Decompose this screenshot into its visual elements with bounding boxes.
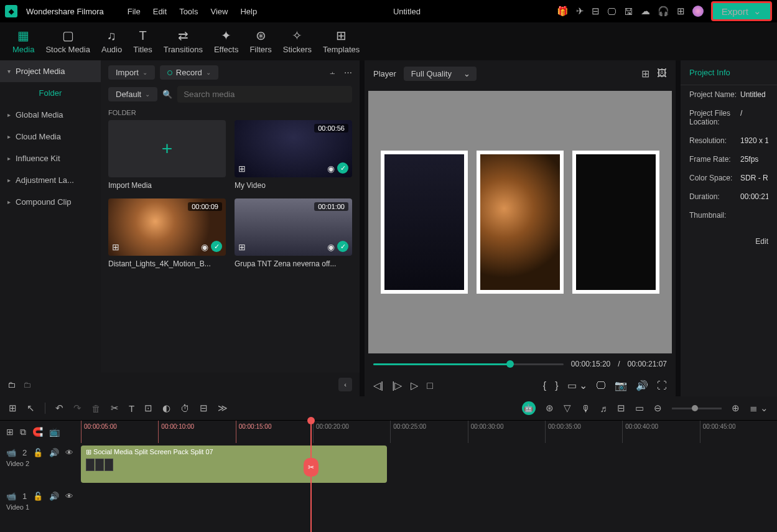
bin-icon[interactable]: 🗀 (23, 380, 31, 390)
mute-icon[interactable]: 🔊 (49, 492, 59, 501)
undo-icon[interactable]: ↶ (55, 403, 63, 414)
render-icon[interactable]: ⊟ (617, 403, 625, 414)
tab-effects[interactable]: ✦Effects (214, 29, 239, 54)
nav-adjustment-layer[interactable]: ▸Adjustment La... (0, 169, 101, 191)
headphones-icon[interactable]: 🎧 (658, 6, 669, 17)
cursor-icon[interactable]: ↖ (27, 403, 35, 414)
link-icon[interactable]: ⧉ (20, 427, 26, 437)
caption-icon[interactable]: ▭ (635, 403, 644, 414)
menu-file[interactable]: File (128, 7, 141, 16)
nav-folder[interactable]: Folder (0, 82, 101, 104)
search-input[interactable] (177, 86, 352, 103)
playhead[interactable]: ✂ (310, 421, 312, 532)
zoom-slider[interactable] (672, 408, 722, 409)
tab-transitions[interactable]: ⇄Transitions (164, 29, 203, 54)
eye-icon[interactable]: 👁 (65, 492, 73, 501)
send-icon[interactable]: ✈ (576, 6, 584, 17)
grid-view-icon[interactable]: ⊞ (641, 68, 649, 80)
layout-icon[interactable]: ⊞ (9, 403, 17, 414)
more-icon[interactable]: ⋯ (344, 68, 352, 77)
ai-icon[interactable]: 🤖 (522, 401, 536, 415)
ratio-icon[interactable]: ▭ ⌄ (567, 380, 587, 391)
cut-icon[interactable]: ✂ (111, 403, 119, 414)
play-icon[interactable]: ▷ (411, 380, 418, 391)
tab-titles[interactable]: TTitles (133, 29, 152, 54)
tab-audio[interactable]: ♫Audio (101, 29, 122, 54)
nav-project-media[interactable]: ▾Project Media (0, 60, 101, 82)
menu-tools[interactable]: Tools (179, 7, 198, 16)
timeline-clip[interactable]: ⊞ Social Media Split Screen Pack Split 0… (81, 446, 387, 483)
menu-edit[interactable]: Edit (153, 7, 167, 16)
progress-bar[interactable] (373, 363, 564, 365)
scissor-icon[interactable]: ✂ (304, 458, 319, 477)
lock-icon[interactable]: 🔓 (33, 492, 43, 501)
eye-icon[interactable]: 👁 (65, 448, 73, 457)
more-arrow-icon[interactable]: ≫ (218, 403, 228, 414)
list-icon[interactable]: ≣ ⌄ (750, 403, 768, 414)
avatar[interactable] (692, 6, 704, 17)
zoom-in-icon[interactable]: ⊕ (732, 403, 740, 414)
nav-compound-clip[interactable]: ▸Compound Clip (0, 191, 101, 213)
delete-icon[interactable]: 🗑 (91, 403, 101, 414)
timeline-ruler[interactable]: 00:00:05:00 00:00:10:00 00:00:15:00 00:0… (81, 421, 777, 443)
preview-canvas[interactable] (368, 91, 672, 353)
filter-icon[interactable]: ⫠ (328, 68, 337, 77)
export-button[interactable]: Export ⌄ (711, 1, 772, 21)
picture-icon[interactable]: 🖼 (657, 68, 667, 80)
cloud-icon[interactable]: ☁ (641, 6, 650, 17)
add-track-icon[interactable]: ⊞ (6, 427, 14, 437)
tab-filters[interactable]: ⊛Filters (249, 29, 271, 54)
menu-help[interactable]: Help (240, 7, 257, 16)
progress-thumb[interactable] (506, 360, 514, 368)
collapse-button[interactable]: ‹ (338, 378, 352, 391)
snapshot-icon[interactable]: 📷 (615, 380, 627, 391)
media-item[interactable]: 00:01:00 ⊞ ◉ ✓ Grupa TNT Zena neverna of… (235, 198, 352, 268)
group-icon[interactable]: ⊟ (200, 403, 208, 414)
record-button[interactable]: Record⌄ (160, 65, 218, 80)
marker-icon[interactable]: ▽ (564, 403, 571, 414)
next-frame-icon[interactable]: |▷ (392, 380, 402, 391)
tab-stock-media[interactable]: ▢Stock Media (45, 29, 90, 54)
prev-frame-icon[interactable]: ◁| (373, 380, 383, 391)
mic-icon[interactable]: 🎙 (581, 403, 590, 414)
fullscreen-icon[interactable]: ⛶ (657, 380, 667, 391)
mark-in-icon[interactable]: { (543, 380, 546, 391)
color-icon[interactable]: ◐ (162, 403, 170, 414)
tab-stickers[interactable]: ✧Stickers (283, 29, 312, 54)
tv-icon[interactable]: 📺 (49, 427, 60, 437)
volume-icon[interactable]: 🔊 (636, 380, 648, 391)
zoom-out-icon[interactable]: ⊖ (654, 403, 662, 414)
media-item[interactable]: 00:00:09 ⊞ ◉ ✓ Distant_Lights_4K_Motion_… (108, 198, 226, 268)
edit-button[interactable]: Edit (689, 237, 768, 246)
sort-button[interactable]: Default⌄ (108, 87, 157, 101)
magnet-icon[interactable]: 🧲 (32, 427, 43, 437)
quality-select[interactable]: Full Quality (404, 67, 477, 81)
menu-view[interactable]: View (210, 7, 228, 16)
media-item-import[interactable]: + Import Media (108, 120, 226, 190)
nav-cloud-media[interactable]: ▸Cloud Media (0, 126, 101, 147)
music-icon[interactable]: ♬ (600, 403, 607, 414)
gift-icon[interactable]: 🎁 (557, 6, 569, 17)
mute-icon[interactable]: 🔊 (49, 448, 59, 457)
media-item[interactable]: 00:00:56 ⊞ ◉ ✓ My Video (235, 120, 352, 190)
mark-out-icon[interactable]: } (555, 380, 558, 391)
nav-influence-kit[interactable]: ▸Influence Kit (0, 147, 101, 169)
lock-icon[interactable]: 🔓 (33, 448, 43, 457)
monitor-icon[interactable]: 🖵 (596, 380, 606, 391)
settings-icon[interactable]: ⊛ (546, 403, 554, 414)
new-folder-icon[interactable]: 🗀 (7, 380, 16, 390)
zoom-thumb[interactable] (692, 405, 698, 411)
display-icon[interactable]: 🖵 (607, 6, 616, 17)
text-icon[interactable]: T (129, 403, 134, 414)
track-body[interactable] (81, 487, 777, 530)
crop-icon[interactable]: ⊡ (144, 403, 152, 414)
qr-icon[interactable]: ⊞ (677, 6, 685, 17)
tab-templates[interactable]: ⊞Templates (323, 29, 360, 54)
feedback-icon[interactable]: ⊟ (592, 6, 600, 17)
track-body[interactable]: ⊞ Social Media Split Screen Pack Split 0… (81, 443, 777, 487)
tab-media[interactable]: ▦Media (12, 29, 34, 54)
redo-icon[interactable]: ↷ (73, 403, 81, 414)
stop-icon[interactable]: □ (427, 380, 433, 391)
save-icon[interactable]: 🖫 (624, 6, 633, 17)
speed-icon[interactable]: ⏱ (180, 403, 190, 414)
